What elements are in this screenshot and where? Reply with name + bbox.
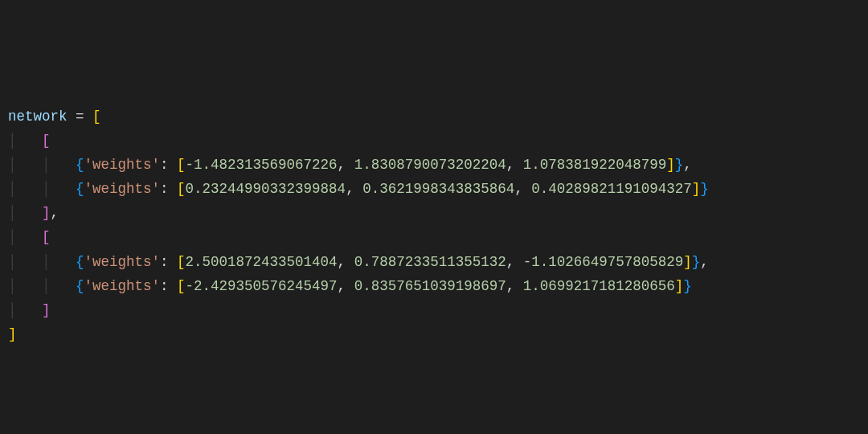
brace-close: } [692, 254, 701, 270]
line: │ │ {'weights': [-1.482313569067226, 1.8… [8, 157, 692, 173]
bracket-open: [ [92, 108, 101, 125]
number-literal: -1.482313569067226 [186, 157, 338, 173]
colon: : [160, 181, 177, 197]
bracket-open: [ [177, 278, 186, 294]
number-literal: 0.8357651039198697 [354, 278, 506, 294]
brace-open: { [76, 157, 84, 173]
indent-guide: │ [8, 229, 42, 245]
comma: , [514, 181, 531, 197]
number-literal: 0.40289821191094327 [531, 181, 692, 197]
comma: , [338, 157, 354, 173]
comma: , [338, 278, 354, 294]
comma: , [51, 205, 59, 221]
colon: : [160, 278, 177, 294]
assign-operator: = [76, 108, 84, 125]
indent-guide: │ [8, 205, 42, 221]
line: │ │ {'weights': [2.5001872433501404, 0.7… [8, 254, 709, 270]
bracket-close: ] [683, 254, 692, 270]
indent-guide: │ [8, 302, 42, 318]
comma: , [506, 157, 523, 173]
variable-name: network [8, 108, 68, 125]
comma: , [346, 181, 362, 197]
indent-guide: │ │ [8, 181, 76, 197]
number-literal: 1.8308790073202204 [354, 157, 506, 173]
line: │ [ [8, 133, 51, 149]
comma: , [338, 254, 354, 270]
indent-guide: │ │ [8, 157, 76, 173]
bracket-open: [ [42, 133, 51, 149]
indent-guide: │ │ [8, 278, 76, 294]
bracket-open: [ [177, 157, 186, 173]
bracket-close: ] [692, 181, 701, 197]
brace-close: } [700, 181, 709, 197]
line: │ │ {'weights': [0.23244990332399884, 0.… [8, 181, 709, 197]
dict-key: 'weights' [84, 254, 161, 270]
bracket-open: [ [177, 254, 186, 270]
brace-open: { [76, 254, 84, 270]
dict-key: 'weights' [84, 278, 161, 294]
number-literal: 1.0699217181280656 [523, 278, 675, 294]
line: │ │ {'weights': [-2.429350576245497, 0.8… [8, 278, 692, 294]
dict-key: 'weights' [84, 157, 161, 173]
brace-close: } [683, 278, 692, 294]
bracket-open: [ [42, 229, 51, 245]
bracket-open: [ [177, 181, 186, 197]
indent-guide: │ │ [8, 254, 76, 270]
dict-key: 'weights' [84, 181, 161, 197]
number-literal: -2.429350576245497 [186, 278, 338, 294]
bracket-close: ] [8, 326, 17, 342]
bracket-close: ] [42, 302, 51, 318]
number-literal: 0.23244990332399884 [186, 181, 346, 197]
code-editor-content: network = [ │ [ │ │ {'weights': [-1.4823… [0, 0, 868, 346]
number-literal: 0.3621998343835864 [362, 181, 514, 197]
bracket-close: ] [666, 157, 675, 173]
colon: : [160, 157, 177, 173]
indent-guide: │ [8, 133, 42, 149]
bracket-close: ] [42, 205, 51, 221]
bracket-close: ] [675, 278, 684, 294]
comma: , [683, 157, 692, 173]
brace-open: { [76, 278, 84, 294]
line: │ [ [8, 229, 51, 245]
line: │ ], [8, 205, 59, 221]
comma: , [506, 278, 523, 294]
line: network = [ [8, 108, 101, 125]
comma: , [700, 254, 709, 270]
brace-close: } [675, 157, 684, 173]
number-literal: 1.078381922048799 [523, 157, 667, 173]
colon: : [160, 254, 177, 270]
comma: , [506, 254, 523, 270]
number-literal: -1.1026649757805829 [523, 254, 684, 270]
line: │ ] [8, 302, 51, 318]
line: ] [8, 326, 17, 342]
number-literal: 0.7887233511355132 [354, 254, 506, 270]
brace-open: { [76, 181, 84, 197]
number-literal: 2.5001872433501404 [186, 254, 338, 270]
